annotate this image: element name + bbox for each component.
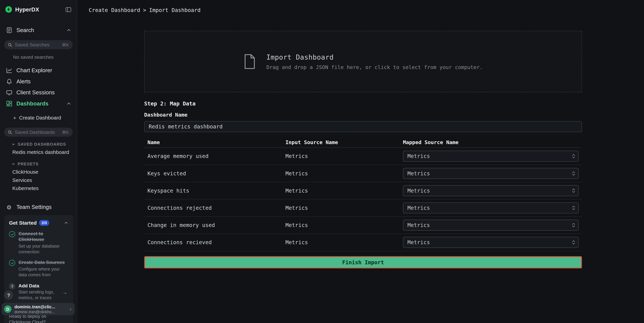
sidebar-item-preset-services[interactable]: Services	[0, 176, 77, 184]
create-dashboard-button[interactable]: + Create Dashboard	[0, 112, 77, 123]
create-dashboard-label: Create Dashboard	[19, 115, 61, 121]
line-chart-icon	[6, 67, 12, 73]
progress-badge: 2/3	[39, 220, 49, 226]
table-row: Connections recieved Metrics Metrics	[144, 234, 582, 251]
get-started-header[interactable]: Get Started 2/3	[9, 220, 68, 226]
dashboard-name-label: Dashboard Name	[144, 112, 582, 118]
row-mapped-source-cell: Metrics	[403, 237, 582, 248]
mapped-source-select[interactable]: Metrics	[403, 168, 579, 179]
chevron-up-icon	[66, 101, 71, 106]
sidebar-nav: Chart Explorer Alerts Client Sessions Da…	[0, 65, 77, 109]
table-row: Connections rejected Metrics Metrics	[144, 199, 582, 217]
nav-item-label: Dashboards	[16, 101, 48, 107]
monitor-icon	[6, 89, 12, 95]
hyperdx-logo-icon	[6, 6, 12, 13]
get-started-item-title: Create Data Sources	[18, 260, 68, 266]
sidebar-item-preset-clickhouse[interactable]: ClickHouse	[0, 168, 77, 176]
saved-searches-input[interactable]	[15, 42, 60, 47]
row-mapped-source-cell: Metrics	[403, 151, 582, 162]
search-icon	[8, 42, 12, 47]
row-mapped-source-cell: Metrics	[403, 202, 582, 214]
dashboard-name-input[interactable]	[144, 121, 582, 132]
sidebar-item-chart-explorer[interactable]: Chart Explorer	[0, 65, 77, 76]
mapped-source-select[interactable]: Metrics	[403, 185, 579, 196]
chevron-up-icon	[66, 28, 71, 32]
select-updown-icon	[572, 171, 576, 176]
presets-group-header[interactable]: PRESETS	[0, 160, 77, 168]
table-row: Average memory used Metrics Metrics	[144, 148, 582, 165]
row-name: Keys evicted	[144, 170, 286, 176]
sidebar-section-search[interactable]: Search	[0, 25, 77, 36]
row-input-source: Metrics	[286, 188, 403, 194]
row-mapped-source-cell: Metrics	[403, 220, 582, 231]
sidebar: HyperDX Search ⌘K No saved searches	[0, 0, 77, 323]
row-input-source: Metrics	[286, 239, 403, 245]
table-row: Keyspace hits Metrics Metrics	[144, 182, 582, 199]
mapping-table: Name Input Source Name Mapped Source Nam…	[144, 137, 582, 251]
saved-dashboards-input[interactable]	[15, 130, 60, 135]
sidebar-item-client-sessions[interactable]: Client Sessions	[0, 87, 77, 98]
sidebar-item-dashboards[interactable]: Dashboards	[0, 98, 77, 109]
preset-label: ClickHouse	[12, 169, 38, 175]
mapped-source-select[interactable]: Metrics	[403, 237, 579, 248]
column-header-mapped-source: Mapped Source Name	[403, 139, 582, 145]
nav-item-label: Client Sessions	[16, 89, 54, 95]
row-name: Keyspace hits	[144, 188, 286, 194]
selected-value: Metrics	[408, 170, 572, 176]
user-name: dominic.tran@clic...	[14, 304, 67, 309]
row-input-source: Metrics	[286, 222, 403, 228]
check-circle-icon	[9, 231, 15, 237]
sidebar-item-saved-dashboard[interactable]: Redis metrics dashboard	[0, 148, 77, 156]
user-menu-button[interactable]: D dominic.tran@clic... dominic.tran@clic…	[2, 303, 75, 315]
check-circle-icon	[9, 260, 15, 266]
selected-value: Metrics	[408, 188, 572, 194]
search-section-label: Search	[16, 27, 34, 33]
row-input-source: Metrics	[286, 205, 403, 211]
brand-name: HyperDX	[15, 6, 39, 12]
saved-dashboards-group-header[interactable]: SAVED DASHBOARDS	[0, 140, 77, 148]
group-header-label: PRESETS	[18, 161, 39, 166]
select-updown-icon	[572, 205, 576, 211]
mapped-source-select[interactable]: Metrics	[403, 202, 579, 214]
help-button[interactable]: ?	[4, 291, 13, 300]
saved-dashboard-label: Redis metrics dashboard	[12, 149, 69, 155]
row-name: Change in memory used	[144, 222, 286, 228]
table-row: Keys evicted Metrics Metrics	[144, 165, 582, 182]
preset-label: Services	[12, 177, 32, 183]
chevron-down-icon	[12, 162, 15, 166]
journal-icon	[6, 27, 12, 33]
sidebar-toggle-icon[interactable]	[65, 6, 72, 12]
step-number-badge: 3	[9, 283, 15, 289]
chevron-up-icon	[64, 221, 68, 225]
dropzone-subtitle: Drag and drop a JSON file here, or click…	[266, 64, 483, 70]
saved-searches-search[interactable]: ⌘K	[4, 40, 72, 49]
sidebar-item-team-settings[interactable]: ⚙ Team Settings	[0, 202, 77, 213]
row-mapped-source-cell: Metrics	[403, 168, 582, 179]
breadcrumb-parent-link[interactable]: Create Dashboard	[89, 7, 140, 13]
get-started-item-sources[interactable]: Create Data Sources Configure where your…	[9, 260, 68, 278]
import-dropzone[interactable]: Import Dashboard Drag and drop a JSON fi…	[144, 31, 582, 92]
get-started-item-connect[interactable]: Connect to ClickHouse Set up your databa…	[9, 231, 68, 255]
saved-dashboards-search[interactable]: ⌘K	[4, 128, 72, 137]
row-name: Average memory used	[144, 153, 286, 159]
plus-icon: +	[13, 115, 16, 121]
mapped-source-select[interactable]: Metrics	[403, 151, 579, 162]
row-name: Connections recieved	[144, 239, 286, 245]
selected-value: Metrics	[408, 239, 572, 245]
row-input-source: Metrics	[286, 153, 403, 159]
get-started-item-desc: Configure where your data comes from	[18, 266, 68, 278]
bell-icon	[6, 78, 12, 84]
row-name: Connections rejected	[144, 205, 286, 211]
gear-icon: ⚙	[6, 204, 12, 210]
mapped-source-select[interactable]: Metrics	[403, 220, 579, 231]
finish-import-button[interactable]: Finish Import	[144, 256, 582, 269]
no-saved-searches-text: No saved searches	[13, 55, 71, 59]
get-started-item-add-data[interactable]: 3 Add Data Start sending logs, metrics, …	[9, 283, 68, 301]
sidebar-item-alerts[interactable]: Alerts	[0, 76, 77, 87]
get-started-item-title: Connect to ClickHouse	[18, 231, 68, 243]
sidebar-item-preset-kubernetes[interactable]: Kubernetes	[0, 184, 77, 193]
table-row: Change in memory used Metrics Metrics	[144, 217, 582, 234]
shortcut-badge: ⌘K	[62, 130, 69, 135]
preset-label: Kubernetes	[12, 185, 39, 191]
avatar: D	[4, 306, 12, 313]
